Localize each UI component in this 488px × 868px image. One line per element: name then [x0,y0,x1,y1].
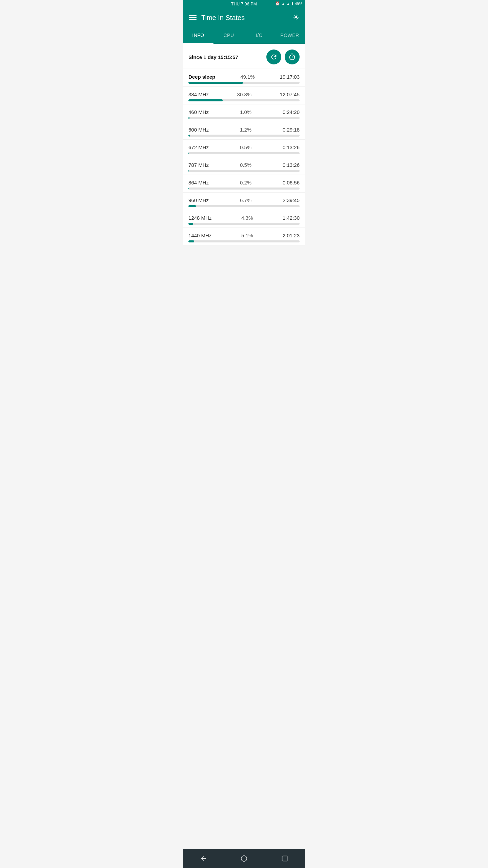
progress-bar-bg [188,99,300,101]
progress-bar-fill [188,188,189,190]
signal-icon: ▲ [286,2,290,6]
stat-percent: 6.7% [240,197,251,203]
timer-icon [288,53,296,61]
stat-percent: 5.1% [241,233,253,238]
progress-bar-bg [188,152,300,154]
tab-cpu[interactable]: Cpu [214,27,244,43]
stat-row: 672 MHz0.5%0:13:26 [183,140,305,157]
stat-label: 787 MHz [188,162,209,168]
progress-bar-bg [188,205,300,207]
stat-time: 0:13:26 [283,144,300,150]
progress-bar-fill [188,152,189,154]
content-area: Since 1 day 15:15:57 Deep sleep49.1%19:1… [183,44,305,245]
stat-row: 1248 MHz4.3%1:42:30 [183,210,305,228]
stat-label: 672 MHz [188,144,209,150]
status-bar: THU 7:06 PM ⏰ ▲ ▲ ▮ 49% [183,0,305,8]
stat-percent: 1.0% [240,109,251,115]
stat-label: 600 MHz [188,127,209,133]
status-time: THU 7:06 PM [231,2,257,6]
status-icons: ⏰ ▲ ▲ ▮ 49% [275,1,302,6]
stat-percent: 0.2% [240,180,251,185]
stat-time: 19:17:03 [280,74,300,80]
progress-bar-fill [188,99,223,101]
tab-info[interactable]: Info [183,27,214,43]
tab-io[interactable]: I/O [244,27,274,43]
stat-percent: 49.1% [240,74,255,80]
timer-button[interactable] [285,50,300,64]
header-buttons [266,50,300,64]
progress-bar-bg [188,170,300,172]
progress-bar-bg [188,223,300,225]
stat-row: 960 MHz6.7%2:39:45 [183,193,305,210]
stat-label: 1440 MHz [188,233,211,238]
refresh-icon [270,53,278,61]
stat-percent: 0.5% [240,144,251,150]
tab-bar: Info Cpu I/O Power [183,27,305,44]
progress-bar-fill [188,223,193,225]
stat-row: 787 MHz0.5%0:13:26 [183,157,305,175]
app-bar: Time In States ☀ [183,8,305,27]
progress-bar-fill [188,205,196,207]
stat-time: 0:13:26 [283,162,300,168]
stat-label: 460 MHz [188,109,209,115]
stat-percent: 30.8% [237,92,252,97]
stat-time: 2:39:45 [283,197,300,203]
progress-bar-bg [188,240,300,242]
stat-row: 864 MHz0.2%0:06:56 [183,175,305,193]
header-row: Since 1 day 15:15:57 [183,44,305,68]
battery-percent: 49% [295,2,302,6]
progress-bar-fill [188,82,243,84]
progress-bar-bg [188,135,300,137]
battery-icon: ▮ [291,1,293,6]
stat-percent: 4.3% [241,215,253,221]
stat-row: 600 MHz1.2%0:29:18 [183,122,305,140]
stat-time: 0:24:20 [283,109,300,115]
stat-time: 0:06:56 [283,180,300,185]
stat-label: Deep sleep [188,74,215,80]
stat-time: 2:01:23 [283,233,300,238]
tab-power[interactable]: Power [274,27,305,43]
alarm-icon: ⏰ [275,1,280,6]
brightness-icon[interactable]: ☀ [293,13,300,22]
stat-percent: 0.5% [240,162,251,168]
stat-label: 384 MHz [188,92,209,97]
stat-label: 1248 MHz [188,215,211,221]
stat-time: 0:29:18 [283,127,300,133]
progress-bar-fill [188,135,190,137]
wifi-icon: ▲ [281,2,285,6]
progress-bar-fill [188,170,189,172]
progress-bar-bg [188,117,300,119]
stat-time: 1:42:30 [283,215,300,221]
progress-bar-fill [188,240,194,242]
progress-bar-fill [188,117,189,119]
stat-row: 384 MHz30.8%12:07:45 [183,87,305,104]
app-title: Time In States [201,14,293,22]
refresh-button[interactable] [266,50,281,64]
since-text: Since 1 day 15:15:57 [188,54,238,60]
progress-bar-bg [188,82,300,84]
progress-bar-bg [188,188,300,190]
stat-percent: 1.2% [240,127,251,133]
stats-list: Deep sleep49.1%19:17:03384 MHz30.8%12:07… [183,69,305,245]
stat-row: Deep sleep49.1%19:17:03 [183,69,305,87]
stat-row: 460 MHz1.0%0:24:20 [183,104,305,122]
menu-button[interactable] [188,15,197,21]
stat-label: 864 MHz [188,180,209,185]
stat-label: 960 MHz [188,197,209,203]
stat-time: 12:07:45 [280,92,300,97]
stat-row: 1440 MHz5.1%2:01:23 [183,228,305,245]
